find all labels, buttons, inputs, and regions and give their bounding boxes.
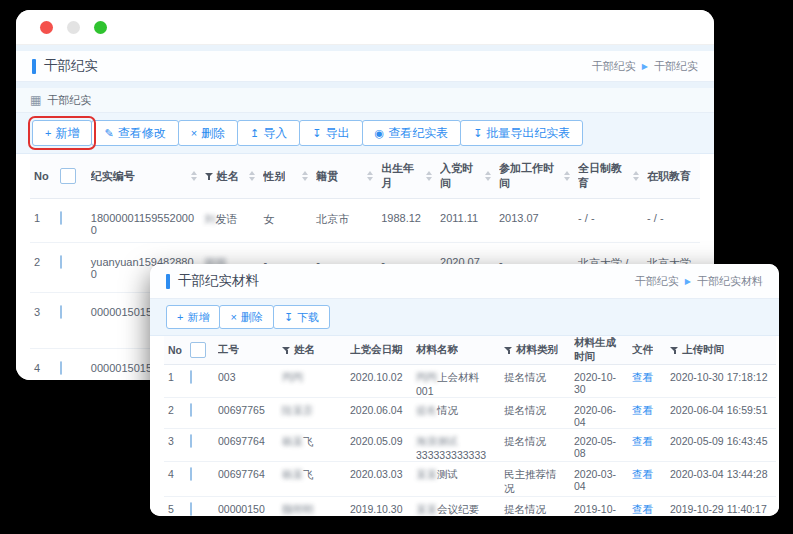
sort-icon[interactable] <box>485 171 491 181</box>
column-header[interactable]: 入党时间 <box>436 154 495 199</box>
sort-icon[interactable] <box>633 171 639 181</box>
desktop-background: 干部纪实 干部纪实 ▶ 干部纪实 ▦ 干部纪实 +新增✎查看修改×删除↥导入↧导… <box>0 0 793 534</box>
header-cell-content: 材料类别 <box>504 343 566 357</box>
batch-export-record-button[interactable]: ↧批量导出纪实表 <box>460 120 583 146</box>
redacted-text: 提名 <box>416 404 437 416</box>
row-checkbox[interactable] <box>190 370 192 384</box>
sort-icon[interactable] <box>191 171 197 181</box>
select-all-header-cell[interactable] <box>186 336 214 365</box>
breadcrumb-item[interactable]: 干部纪实 <box>592 59 636 74</box>
column-header[interactable]: 上传时间 <box>666 336 776 365</box>
sort-desc-arrow <box>302 177 308 181</box>
header-cell-content: 入党时间 <box>440 161 491 191</box>
header-cell-content: 性别 <box>263 169 308 184</box>
breadcrumb: 干部纪实 ▶ 干部纪实 <box>592 59 698 74</box>
table-cell: 提名情况 <box>412 398 500 429</box>
view-edit-button[interactable]: ✎查看修改 <box>91 120 178 146</box>
table-row: 300697764杨某飞2020.05.09海浪测试333333333333提名… <box>164 429 776 462</box>
filter-icon[interactable] <box>205 172 214 181</box>
import-button[interactable]: ↥导入 <box>237 120 300 146</box>
column-header: 材料名称 <box>412 336 500 365</box>
sort-asc-arrow <box>485 171 491 175</box>
column-header[interactable]: 材料类别 <box>500 336 570 365</box>
view-record-table-button[interactable]: ◉查看纪实表 <box>362 120 462 146</box>
column-header[interactable]: 籍贯 <box>312 154 377 199</box>
column-header[interactable]: 性别 <box>259 154 312 199</box>
table-cell[interactable] <box>186 497 214 517</box>
column-header[interactable]: 全日制教育 <box>574 154 643 199</box>
view-file-link[interactable]: 查看 <box>632 371 653 383</box>
delete-button[interactable]: ×删除 <box>178 120 238 146</box>
view-file-link[interactable]: 查看 <box>632 468 653 480</box>
column-header[interactable]: 参加工作时间 <box>495 154 574 199</box>
column-header-label: 全日制教育 <box>578 161 631 191</box>
button-label: 删除 <box>241 310 263 325</box>
delete-button[interactable]: ×删除 <box>219 305 273 329</box>
redacted-text: 杨某 <box>282 435 303 447</box>
column-header-label: 材料生成时间 <box>574 336 624 364</box>
sort-icon[interactable] <box>367 171 373 181</box>
sort-icon[interactable] <box>564 171 570 181</box>
table-cell: 4 <box>30 349 56 381</box>
header-cell-content <box>190 342 210 358</box>
table-cell[interactable] <box>186 429 214 462</box>
chevron-right-icon: ▶ <box>642 62 648 71</box>
column-header[interactable]: 姓名 <box>201 154 260 199</box>
download-button[interactable]: ↧下载 <box>273 305 330 329</box>
table-cell: 杨某飞 <box>278 462 346 497</box>
row-checkbox[interactable] <box>60 361 62 375</box>
sort-icon[interactable] <box>426 171 432 181</box>
maximize-window-button[interactable] <box>94 21 107 34</box>
table-cell[interactable] <box>56 349 86 381</box>
column-header-label: 籍贯 <box>316 169 338 184</box>
select-all-header-cell[interactable] <box>56 154 86 199</box>
select-all-checkbox[interactable] <box>190 342 206 358</box>
sort-icon[interactable] <box>302 171 308 181</box>
minimize-window-button[interactable] <box>67 21 80 34</box>
row-checkbox[interactable] <box>190 403 192 417</box>
table-cell: 2019-10-29 <box>570 497 628 517</box>
column-header[interactable]: 姓名 <box>278 336 346 365</box>
view-file-link[interactable]: 查看 <box>632 404 653 416</box>
export-button[interactable]: ↧导出 <box>299 120 362 146</box>
row-checkbox[interactable] <box>190 502 192 516</box>
redacted-text: 丙丙 <box>282 371 303 383</box>
filter-icon[interactable] <box>504 346 513 355</box>
view-file-link[interactable]: 查看 <box>632 435 653 447</box>
button-label: 下载 <box>297 310 319 325</box>
row-checkbox[interactable] <box>60 305 62 319</box>
table-cell[interactable] <box>56 243 86 293</box>
filter-icon[interactable] <box>282 346 291 355</box>
add-button[interactable]: +新增 <box>166 305 220 329</box>
table-cell[interactable] <box>186 462 214 497</box>
view-file-link[interactable]: 查看 <box>632 503 653 515</box>
row-checkbox[interactable] <box>190 434 192 448</box>
table-cell[interactable] <box>56 293 86 349</box>
redacted-text: 海浪测试 <box>416 435 458 447</box>
table-cell: 某某会议纪要 <box>412 497 500 517</box>
cell-text: 发语 <box>216 213 238 225</box>
table-cell[interactable] <box>186 365 214 398</box>
column-header[interactable]: 出生年月 <box>377 154 436 199</box>
table-cell[interactable] <box>186 398 214 429</box>
add-button[interactable]: +新增 <box>32 120 92 146</box>
plus-icon: + <box>45 128 51 139</box>
table-cell: 魏明明 <box>278 497 346 517</box>
table-cell: 2020-03-04 <box>570 462 628 497</box>
x-icon: × <box>230 312 236 323</box>
row-checkbox[interactable] <box>60 211 62 225</box>
filter-icon[interactable] <box>670 346 679 355</box>
column-header-label: 材料名称 <box>416 343 458 357</box>
table-cell: 2020-05-08 <box>570 429 628 462</box>
page-header: 干部纪实材料 干部纪实 ▶ 干部纪实材料 <box>150 264 779 299</box>
column-header[interactable]: 纪实编号 <box>87 154 201 199</box>
table-cell: 2020.05.09 <box>346 429 412 462</box>
row-checkbox[interactable] <box>60 255 62 269</box>
table-cell[interactable] <box>56 199 86 243</box>
select-all-checkbox[interactable] <box>60 168 76 184</box>
table-cell: 3 <box>30 293 56 349</box>
row-checkbox[interactable] <box>190 467 192 481</box>
breadcrumb-item[interactable]: 干部纪实 <box>635 274 679 289</box>
close-window-button[interactable] <box>40 21 53 34</box>
sort-icon[interactable] <box>249 171 255 181</box>
